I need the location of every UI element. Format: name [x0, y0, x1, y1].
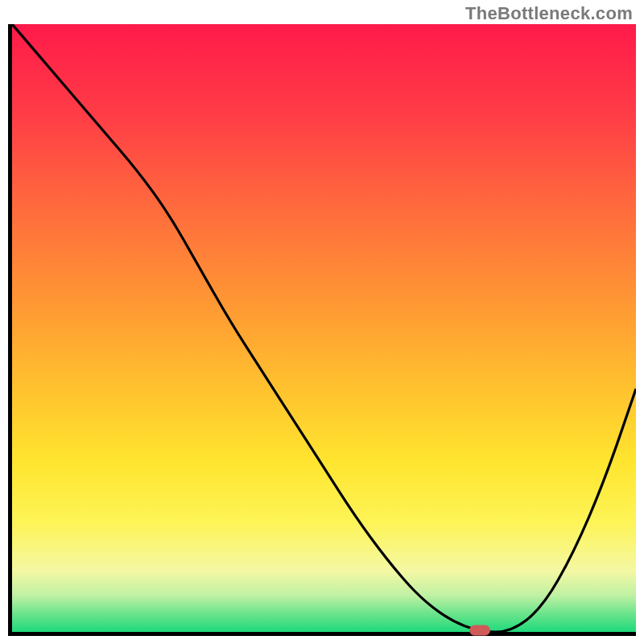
bottleneck-curve: [12, 24, 636, 632]
optimum-marker: [469, 625, 490, 636]
plot-area: [8, 24, 636, 636]
watermark-text: TheBottleneck.com: [465, 3, 633, 24]
